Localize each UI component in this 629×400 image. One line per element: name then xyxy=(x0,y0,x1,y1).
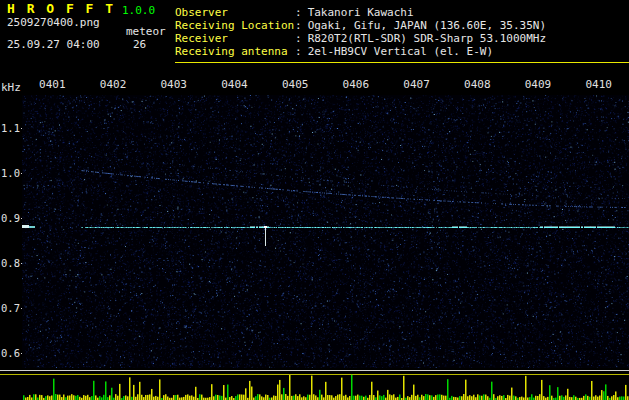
time-tick: 0406 xyxy=(326,78,387,91)
app-title: H R O F F T xyxy=(7,2,115,15)
hrofft-window: H R O F F T 1.0.0 2509270400.png meteor … xyxy=(0,0,629,400)
spectrogram-canvas xyxy=(22,95,629,368)
time-tick: 0404 xyxy=(204,78,265,91)
info-row-receiver: Receiver:R820T2(RTL-SDR) SDR-Sharp 53.10… xyxy=(175,32,546,45)
time-tick: 0401 xyxy=(22,78,83,91)
time-tick: 0410 xyxy=(568,78,629,91)
freq-tick-label: 0.6 xyxy=(0,347,20,360)
time-tick: 0407 xyxy=(386,78,447,91)
info-label: Receiving antenna xyxy=(175,45,295,58)
info-row-location: Receiving Location:Ogaki, Gifu, JAPAN (1… xyxy=(175,19,546,32)
info-row-observer: Observer:Takanori Kawachi xyxy=(175,6,546,19)
time-tick: 0405 xyxy=(265,78,326,91)
khz-axis-label: kHz xyxy=(1,81,21,94)
header-separator-line xyxy=(175,62,629,63)
info-label: Observer xyxy=(175,6,295,19)
meteor-count: 26 xyxy=(133,38,146,51)
datetime-label: 25.09.27 04:00 xyxy=(7,38,100,51)
freq-tick-label: 1.0 xyxy=(0,167,20,180)
app-version: 1.0.0 xyxy=(122,4,155,17)
time-tick: 0408 xyxy=(447,78,508,91)
info-label: Receiving Location xyxy=(175,19,295,32)
level-strip-canvas xyxy=(0,368,629,400)
mode-label: meteor xyxy=(126,25,166,38)
info-value: Takanori Kawachi xyxy=(308,6,414,19)
time-tick: 0403 xyxy=(143,78,204,91)
info-separator: : xyxy=(295,45,302,58)
time-axis: 0401 0402 0403 0404 0405 0406 0407 0408 … xyxy=(22,78,629,91)
info-separator: : xyxy=(295,6,302,19)
info-value: R820T2(RTL-SDR) SDR-Sharp 53.1000MHz xyxy=(308,32,546,45)
freq-tick-label: 0.9 xyxy=(0,212,20,225)
info-separator: : xyxy=(295,19,302,32)
station-info: Observer:Takanori Kawachi Receiving Loca… xyxy=(175,6,546,58)
info-value: 2el-HB9CV Vertical (el. E-W) xyxy=(308,45,493,58)
info-row-antenna: Receiving antenna:2el-HB9CV Vertical (el… xyxy=(175,45,546,58)
time-tick: 0409 xyxy=(508,78,569,91)
file-name: 2509270400.png xyxy=(7,16,100,29)
freq-tick-label: 0.8 xyxy=(0,257,20,270)
info-label: Receiver xyxy=(175,32,295,45)
time-tick: 0402 xyxy=(83,78,144,91)
freq-tick-label: 0.7 xyxy=(0,302,20,315)
info-value: Ogaki, Gifu, JAPAN (136.60E, 35.35N) xyxy=(308,19,546,32)
freq-tick-label: 1.1 xyxy=(0,122,20,135)
info-separator: : xyxy=(295,32,302,45)
